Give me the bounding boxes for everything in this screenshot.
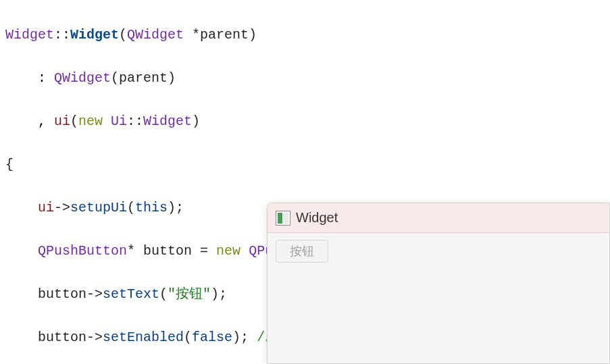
window-body: 按钮: [268, 233, 609, 269]
code-line: : QWidget(parent): [5, 68, 605, 89]
code-line: Widget::Widget(QWidget *parent): [5, 24, 605, 46]
disabled-button: 按钮: [276, 240, 328, 263]
app-icon: [276, 211, 290, 226]
window-titlebar[interactable]: Widget: [268, 203, 609, 233]
code-line: {: [5, 154, 605, 176]
code-line: , ui(new Ui::Widget): [5, 111, 605, 132]
app-window[interactable]: Widget 按钮: [267, 203, 610, 364]
window-title: Widget: [296, 210, 338, 226]
